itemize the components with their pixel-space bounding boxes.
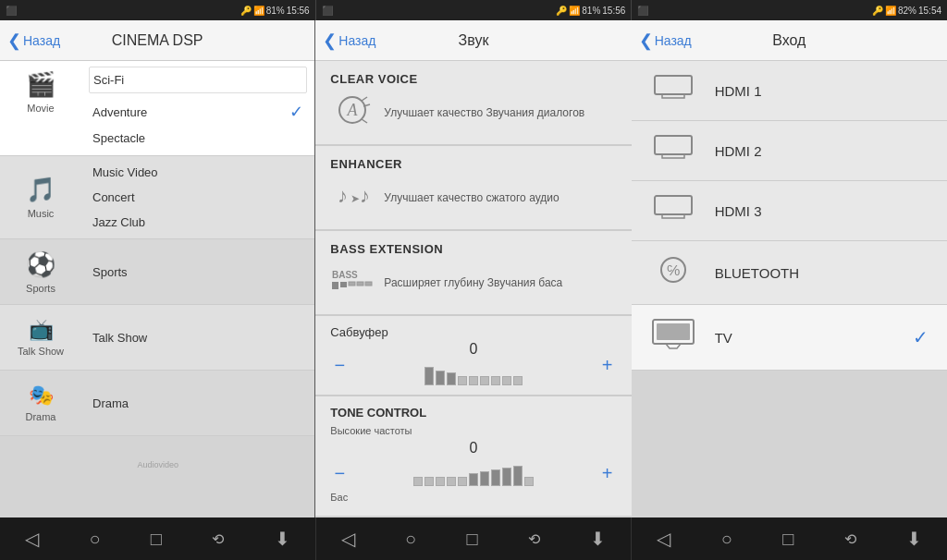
enhancer-row: ♪ ➤ ♪ Улучшает качество сжатого аудио <box>330 178 616 218</box>
subwoofer-label: Сабвуфер <box>330 325 616 339</box>
spectacle-option[interactable]: Spectacle <box>89 127 307 150</box>
sports-options: Sports <box>81 256 314 288</box>
cast-button-3[interactable]: ⟲ <box>844 530 856 548</box>
drama-option[interactable]: Drama <box>89 391 307 416</box>
drama-section[interactable]: 🎭 Drama Drama <box>0 371 314 436</box>
home-button-3[interactable]: ○ <box>721 529 732 550</box>
concert-option[interactable]: Concert <box>89 185 307 210</box>
hdmi2-item[interactable]: HDMI 2 <box>632 121 947 181</box>
bar-6 <box>480 376 489 385</box>
input-header: ❮ Назад Вход <box>632 20 947 61</box>
back-nav-button-1[interactable]: ◁ <box>25 528 39 550</box>
talkshow-section[interactable]: 📺 Talk Show Talk Show <box>0 305 314 371</box>
tone-bar-6 <box>469 473 478 486</box>
panel-input: ❮ Назад Вход HDMI 1 <box>632 20 947 517</box>
bluetooth-item[interactable]: ℅ BLUETOOTH <box>632 241 947 305</box>
talkshow-options: Talk Show <box>81 322 314 354</box>
download-button-3[interactable]: ⬇ <box>906 528 922 550</box>
tone-control-title: TONE CONTROL <box>330 406 616 420</box>
adventure-checkmark: ✓ <box>289 102 303 122</box>
watermark-1: Audiovideo <box>137 460 178 469</box>
cast-button-2[interactable]: ⟲ <box>528 530 540 548</box>
bass-extension-row: BASS Расширяет глубину Звучания баса <box>330 263 616 303</box>
enhancer-desc: Улучшает качество сжатого аудио <box>384 190 559 206</box>
svg-rect-9 <box>332 282 338 289</box>
subwoofer-plus-button[interactable]: + <box>598 355 617 376</box>
wifi-icon-3: 📶 <box>885 6 896 16</box>
tone-bar-9 <box>502 468 511 486</box>
svg-marker-24 <box>666 344 681 348</box>
subwoofer-minus-button[interactable]: − <box>330 355 349 376</box>
talkshow-option-label: Talk Show <box>92 331 147 345</box>
cast-button-1[interactable]: ⟲ <box>212 530 224 548</box>
hdmi1-icon <box>650 74 696 107</box>
tone-high-minus-button[interactable]: − <box>330 463 349 484</box>
wifi-icon-2: 📶 <box>569 6 580 16</box>
adventure-option[interactable]: Adventure ✓ <box>89 97 307 127</box>
music-section[interactable]: 🎵 Music Music Video Concert Jazz Club <box>0 156 314 239</box>
svg-text:℅: ℅ <box>667 262 680 278</box>
panel-sound: ❮ Назад Звук CLEAR VOICE A <box>315 20 631 517</box>
notification-icon-3: ⬛ <box>637 6 648 16</box>
home-button-2[interactable]: ○ <box>405 529 416 550</box>
sports-option[interactable]: Sports <box>89 260 307 285</box>
status-right-2: 🔑 📶 81% 15:56 <box>556 6 625 16</box>
back-label-3: Назад <box>655 33 692 48</box>
tone-bar-1 <box>413 477 423 486</box>
clear-voice-section: CLEAR VOICE A Улучшает <box>315 61 631 146</box>
recents-button-1[interactable]: □ <box>151 529 162 550</box>
tone-high-plus-button[interactable]: + <box>598 463 617 484</box>
sports-section[interactable]: ⚽ Sports Sports <box>0 239 314 305</box>
bottom-nav-panel-1: ◁ ○ □ ⟲ ⬇ <box>0 517 316 560</box>
movie-section[interactable]: 🎬 Movie Sci-Fi Adventure ✓ <box>0 61 314 156</box>
sound-content: CLEAR VOICE A Улучшает <box>315 61 631 517</box>
back-arrow-icon-1: ❮ <box>7 30 21 51</box>
download-button-1[interactable]: ⬇ <box>275 528 290 550</box>
sound-back-button[interactable]: ❮ Назад <box>323 30 375 51</box>
svg-rect-10 <box>340 282 347 287</box>
sports-option-label: Sports <box>92 265 128 279</box>
bar-3 <box>447 372 456 385</box>
bar-2 <box>436 371 445 385</box>
hdmi1-item[interactable]: HDMI 1 <box>632 61 947 121</box>
cinema-dsp-title: CINEMA DSP <box>112 32 203 49</box>
jazz-club-option[interactable]: Jazz Club <box>89 210 307 235</box>
tv-item[interactable]: TV ✓ <box>632 305 947 371</box>
notification-icon-1: ⬛ <box>6 6 17 16</box>
bottom-nav-panel-3: ◁ ○ □ ⟲ ⬇ <box>632 517 947 560</box>
tv-icon <box>650 318 696 357</box>
concert-label: Concert <box>92 190 135 204</box>
subwoofer-slider-row: − 0 <box>330 345 616 385</box>
hdmi2-label: HDMI 2 <box>715 143 929 159</box>
hdmi3-item[interactable]: HDMI 3 <box>632 181 947 241</box>
scifi-option[interactable]: Sci-Fi <box>89 67 307 93</box>
recents-button-2[interactable]: □ <box>467 529 478 550</box>
svg-rect-18 <box>655 196 692 214</box>
enhancer-desc-text: Улучшает качество сжатого аудио <box>384 191 559 204</box>
music-video-option[interactable]: Music Video <box>89 160 307 185</box>
tone-high-slider-row: − <box>330 460 616 486</box>
notification-icon-2: ⬛ <box>322 6 333 16</box>
download-button-2[interactable]: ⬇ <box>590 528 606 550</box>
sports-icon-area: ⚽ Sports <box>0 239 81 304</box>
time-2: 15:56 <box>602 6 625 16</box>
svg-line-2 <box>362 97 367 101</box>
input-back-button[interactable]: ❮ Назад <box>639 30 692 51</box>
home-button-1[interactable]: ○ <box>89 529 100 550</box>
bass-extension-section: BASS EXTENSION BASS <box>315 231 631 316</box>
subwoofer-slider[interactable]: 0 <box>356 345 590 385</box>
talkshow-option[interactable]: Talk Show <box>89 325 307 350</box>
recents-button-3[interactable]: □ <box>782 529 793 550</box>
time-3: 15:54 <box>918 6 941 16</box>
tv-checkmark: ✓ <box>913 326 929 348</box>
cinema-dsp-header: ❮ Назад CINEMA DSP <box>0 20 314 61</box>
battery-1: 81% <box>266 6 285 16</box>
clear-voice-desc: Улучшает качество Звучания диалогов <box>384 105 584 121</box>
drama-option-label: Drama <box>92 396 129 410</box>
sports-label: Sports <box>26 283 55 294</box>
tone-bar-11 <box>524 477 534 486</box>
cinema-dsp-back-button[interactable]: ❮ Назад <box>7 30 60 51</box>
back-nav-button-3[interactable]: ◁ <box>657 528 670 550</box>
back-nav-button-2[interactable]: ◁ <box>341 528 355 550</box>
tone-high-slider[interactable] <box>356 460 590 486</box>
